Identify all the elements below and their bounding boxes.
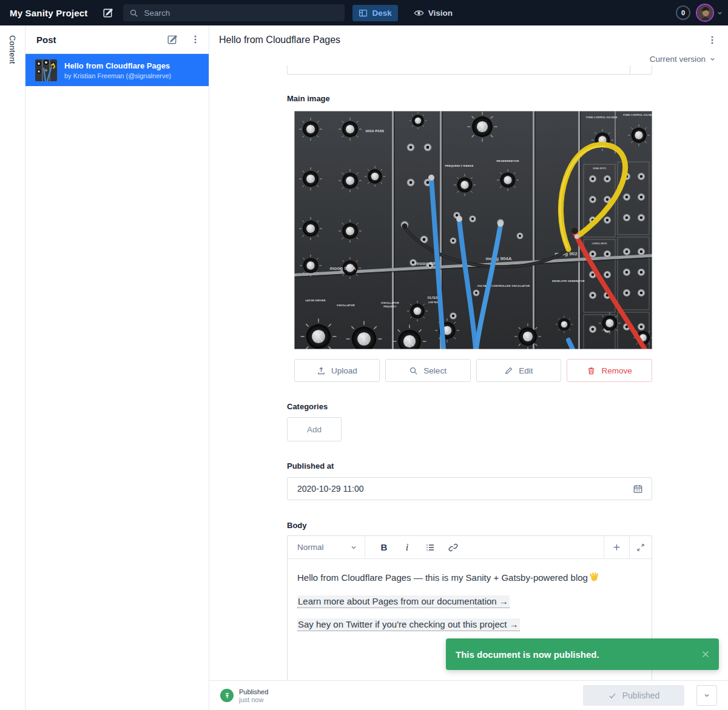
select-label: Select [423,366,447,375]
publish-status-icon [220,689,234,702]
published-at-field [287,477,652,500]
upload-button[interactable]: Upload [294,359,380,382]
check-icon [608,691,617,700]
document-kebab-menu-icon[interactable] [705,33,720,47]
compose-icon[interactable] [101,5,115,20]
kebab-menu-icon[interactable] [188,32,203,47]
panel-label: moog 904A [485,256,511,261]
cropped-input[interactable] [287,65,652,75]
document-footer: Published just now Published [209,680,728,710]
project-title[interactable]: My Sanity Project [10,8,87,18]
version-selector[interactable]: Current version [650,55,716,64]
tab-desk[interactable]: Desk [352,5,397,21]
notification-badge[interactable]: 0 [676,5,690,20]
body-paragraph: Hello from Cloudflare Pages — this is my… [297,572,642,585]
fullscreen-button[interactable] [629,536,652,558]
toast-message: This document is now published. [456,649,599,660]
document-title: Hello from Cloudflare Pages [219,35,340,45]
insert-block-button[interactable] [604,536,629,558]
body-link[interactable]: Say hey on Twitter if you're checking ou… [297,618,520,631]
tab-desk-label: Desk [372,8,391,18]
image-button-row: Upload Select Edit Remove [294,359,652,382]
remove-button[interactable]: Remove [567,359,652,382]
upload-label: Upload [331,366,357,375]
list-item-title: Hello from Cloudflare Pages [64,61,171,70]
panel-label: LATOR DRIVER [305,299,325,302]
eye-icon [414,8,424,18]
body-paragraph: Say hey on Twitter if you're checking ou… [297,618,642,631]
panel-label: FREQUENCY [383,306,397,308]
chevron-down-icon [350,544,357,551]
main-image-preview[interactable]: HIGH PASS FREQUENCY RANGE REGENERATION F… [294,111,652,349]
tab-vision[interactable]: Vision [408,4,459,22]
main-image-label: Main image [287,94,330,103]
avatar[interactable] [696,4,714,22]
plus-icon [612,543,621,552]
panel-label: ENVELOPE GENERATOR [552,280,584,283]
trash-icon [587,366,596,375]
panel-label: REGENERATION [496,159,519,162]
link-icon[interactable] [445,540,461,555]
panel-label: moog 995 [415,261,438,266]
panel-label: OSCILLATOR [381,301,399,304]
close-icon[interactable] [701,649,710,659]
editor-toolbar: Normal B i [288,536,652,559]
published-at-input[interactable] [297,484,633,494]
panel-label: HIGH PASS [366,129,385,133]
published-button[interactable]: Published [583,685,684,706]
chevron-down-icon [709,56,716,62]
calendar-icon[interactable] [633,484,643,494]
search-input[interactable] [144,8,326,18]
expand-icon [636,543,645,552]
select-button[interactable]: Select [385,359,471,382]
panel-label: CONTROL INPUTS [592,243,607,245]
body-paragraph: Learn more about Pages from our document… [297,595,642,608]
avatar-chevron-down-icon[interactable] [716,10,723,16]
remove-label: Remove [601,366,632,375]
text-style-select[interactable]: Normal [288,536,365,558]
publish-menu-button[interactable] [696,685,717,706]
editor-pane: Hello from Cloudflare Pages Current vers… [209,25,728,710]
tab-vision-label: Vision [428,8,453,18]
toast-notification: This document is now published. [446,638,719,670]
list-item[interactable]: Hello from Cloudflare Pages by Kristian … [25,54,209,86]
list-pane-header: Post [25,25,209,54]
search-bar[interactable] [123,4,345,21]
body-label: Body [287,521,307,530]
list-item-thumbnail [35,59,57,81]
publish-status: Published [239,688,268,695]
panel-label: OSCILLATOR [337,304,355,307]
published-at-label: Published at [287,461,334,471]
top-navbar: My Sanity Project Desk Vision 0 [0,0,728,25]
publish-time: just now [239,696,268,703]
list-item-subtitle: by Kristian Freeman (@signalnerve) [64,72,171,79]
published-button-label: Published [622,691,660,700]
panel-label: FIXED CONTROL VOLTAGE [586,116,618,119]
panel-label: SIGNAL INPUTS [593,167,606,170]
bold-button[interactable]: B [376,540,392,555]
desk-icon [359,8,368,18]
upload-icon [317,366,326,375]
sidebar-item-content[interactable]: Content [8,35,17,64]
panel-label: LOW PASS [428,301,439,304]
add-category-button[interactable]: Add [287,417,342,441]
waving-hand-emoji [589,572,599,585]
edit-button[interactable]: Edit [476,359,562,382]
chevron-down-icon [703,692,710,699]
panel-label: FREQUENCY RANGE [445,164,473,167]
body-link[interactable]: Learn more about Pages from our document… [297,595,510,608]
text-style-value: Normal [297,543,324,552]
panel-label: FIXED CONTROL VOLTAGE [623,114,652,116]
bullet-list-icon[interactable] [422,540,438,555]
document-list-pane: Post Hello from Cloudflare Pages by Kris… [25,25,209,710]
search-icon [409,366,418,375]
pencil-icon [504,366,513,375]
italic-button[interactable]: i [399,540,415,555]
edit-label: Edit [519,366,533,375]
version-label: Current version [650,55,706,64]
panel-label: VOLTAGE CONTROLLED OSCILLATOR [477,284,530,287]
new-document-icon[interactable] [165,32,180,47]
list-pane-title: Post [36,35,56,45]
panel-label: moog 907A [329,266,356,271]
search-icon [129,8,138,18]
